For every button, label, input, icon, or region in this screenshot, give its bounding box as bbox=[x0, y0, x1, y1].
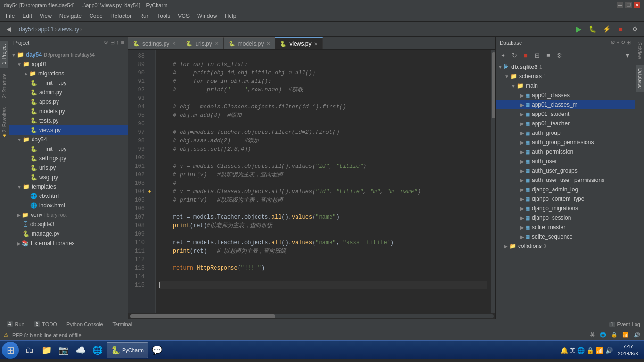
db-filter-icon[interactable]: ⊞ bbox=[627, 40, 631, 46]
tree-index-html[interactable]: 🌐 index.html bbox=[9, 201, 128, 210]
tree-settings-py[interactable]: 🐍 settings.py bbox=[9, 154, 128, 163]
taskbar-explorer[interactable]: 🗂 bbox=[22, 342, 38, 358]
tree-manage-py[interactable]: 🐍 manage.py bbox=[9, 229, 128, 239]
close-button[interactable]: ✕ bbox=[634, 2, 640, 8]
taskbar-pycharm-active[interactable]: 🐍 PyCharm bbox=[107, 342, 148, 358]
maximize-button[interactable]: ❐ bbox=[625, 2, 632, 8]
tree-wsgi-py[interactable]: 🐍 wsgi.py bbox=[9, 173, 128, 182]
tab-urls[interactable]: 🐍 urls.py ✕ bbox=[181, 37, 223, 49]
taskbar-folder[interactable]: 📁 bbox=[39, 342, 55, 358]
tree-app01[interactable]: ▼ 📁 app01 bbox=[9, 59, 128, 69]
tree-views-py[interactable]: 🐍 views.py bbox=[9, 125, 128, 135]
tray-network-icon[interactable]: 🌐 bbox=[577, 347, 585, 354]
db-table-app01-student[interactable]: ▶ ▦ app01_student bbox=[496, 109, 635, 119]
menu-help[interactable]: Help bbox=[221, 12, 240, 20]
menu-run[interactable]: Run bbox=[135, 12, 153, 20]
tree-external-libs[interactable]: ▶ 📚 External Libraries bbox=[9, 239, 128, 248]
db-main[interactable]: ▼ 📁 main bbox=[496, 81, 635, 90]
db-table-django-migrations[interactable]: ▶ ▦ django_migrations bbox=[496, 204, 635, 213]
debug-button[interactable]: 🐛 bbox=[586, 24, 599, 35]
breadcrumb-views[interactable]: views.py bbox=[58, 26, 79, 33]
tab-models[interactable]: 🐍 models.py ✕ bbox=[224, 37, 276, 49]
menu-edit[interactable]: Edit bbox=[18, 12, 36, 20]
sidebar-tab-structure[interactable]: 2: Structure bbox=[1, 70, 8, 102]
db-table-auth-permission[interactable]: ▶ ▦ auth_permission bbox=[496, 147, 635, 156]
breadcrumb-app01[interactable]: app01 bbox=[38, 26, 54, 33]
db-new-button[interactable]: + bbox=[498, 50, 508, 61]
db-table-auth-group-perm[interactable]: ▶ ▦ auth_group_permissions bbox=[496, 138, 635, 147]
db-root[interactable]: ▼ 🗄 db.sqlite3 1 bbox=[496, 62, 635, 72]
bottom-tab-todo[interactable]: 6 TODO bbox=[31, 319, 60, 329]
code-line-114-current[interactable] bbox=[159, 281, 487, 289]
tree-tests-py[interactable]: 🐍 tests.py bbox=[9, 116, 128, 125]
toolbar-settings-button[interactable]: ⚙ bbox=[629, 24, 641, 35]
sidebar-tab-favorites[interactable]: ★ 2: Favorites bbox=[1, 104, 8, 142]
tree-day54-init[interactable]: 🐍 __init__.py bbox=[9, 144, 128, 154]
breadcrumb-day54[interactable]: day54 bbox=[19, 26, 34, 33]
tree-admin-py[interactable]: 🐍 admin.py bbox=[9, 88, 128, 97]
db-table-auth-user-user-perm[interactable]: ▶ ▦ auth_user_user_permissions bbox=[496, 175, 635, 185]
db-filter2-button[interactable]: ▼ bbox=[622, 50, 633, 61]
start-button[interactable]: ⊞ bbox=[2, 342, 19, 359]
stop-button[interactable]: ■ bbox=[615, 24, 627, 35]
tab-close-icon[interactable]: ✕ bbox=[314, 41, 318, 47]
menu-file[interactable]: File bbox=[2, 12, 18, 20]
menu-code[interactable]: Code bbox=[85, 12, 107, 20]
db-table-auth-user-groups[interactable]: ▶ ▦ auth_user_groups bbox=[496, 166, 635, 175]
tray-security-icon[interactable]: 🔒 bbox=[586, 347, 594, 354]
run-coverage-button[interactable]: ⚡ bbox=[601, 24, 613, 35]
db-table-sqlite-master[interactable]: ▶ ▦ sqlite_master bbox=[496, 222, 635, 232]
tree-day54-folder[interactable]: ▼ 📁 day54 bbox=[9, 135, 128, 144]
code-editor[interactable]: 8889909192939495969798991001011021031041… bbox=[128, 50, 495, 313]
tab-settings[interactable]: 🐍 settings.py ✕ bbox=[128, 37, 181, 49]
db-table-sqlite-sequence[interactable]: ▶ ▦ sqlite_sequence bbox=[496, 232, 635, 241]
db-table-auth-group[interactable]: ▶ ▦ auth_group bbox=[496, 128, 635, 138]
tree-db-sqlite3[interactable]: 🗄 db.sqlite3 bbox=[9, 220, 128, 229]
db-table-app01-classes[interactable]: ▶ ▦ app01_classes bbox=[496, 90, 635, 100]
sidebar-tab-project[interactable]: 1: Project bbox=[0, 41, 8, 68]
tree-migrations[interactable]: ▶ 📁 migrations bbox=[9, 69, 128, 78]
menu-tools[interactable]: Tools bbox=[153, 12, 174, 20]
tree-venv[interactable]: ▶ 📁 venv library root bbox=[9, 210, 128, 220]
project-expand-icon[interactable]: ↕ bbox=[116, 40, 119, 46]
minimize-button[interactable]: — bbox=[617, 2, 623, 8]
db-settings-icon[interactable]: ⚙ bbox=[611, 40, 615, 46]
tray-volume-icon[interactable]: 🔊 bbox=[605, 347, 613, 354]
bottom-tab-python-console[interactable]: Python Console bbox=[64, 319, 106, 329]
taskbar-cloud[interactable]: ☁️ bbox=[73, 342, 89, 358]
project-settings-icon[interactable]: ≡ bbox=[121, 40, 124, 46]
tree-urls-py[interactable]: 🐍 urls.py bbox=[9, 163, 128, 173]
db-stop-button[interactable]: ■ bbox=[520, 50, 531, 61]
taskbar-chat[interactable]: 💬 bbox=[149, 342, 165, 358]
menu-refactor[interactable]: Refactor bbox=[107, 12, 135, 20]
db-grid-button[interactable]: ⊞ bbox=[532, 50, 542, 61]
project-gear-icon[interactable]: ⚙ bbox=[104, 40, 108, 46]
code-content[interactable]: # for obj in cls_list: # print(obj.id,ob… bbox=[156, 50, 491, 313]
db-table-django-content-type[interactable]: ▶ ▦ django_content_type bbox=[496, 194, 635, 204]
db-collations[interactable]: ▶ 📁 collations 3 bbox=[496, 241, 635, 251]
right-tab-sciview[interactable]: SciView bbox=[636, 39, 643, 63]
menu-navigate[interactable]: Navigate bbox=[56, 12, 85, 20]
menu-window[interactable]: Window bbox=[193, 12, 221, 20]
db-table-django-admin-log[interactable]: ▶ ▦ django_admin_log bbox=[496, 185, 635, 194]
menu-view[interactable]: View bbox=[36, 12, 56, 20]
tree-apps-py[interactable]: 🐍 apps.py bbox=[9, 97, 128, 107]
db-table-auth-user[interactable]: ▶ ▦ auth_user bbox=[496, 156, 635, 166]
taskbar-camera[interactable]: 📷 bbox=[56, 342, 72, 358]
menu-vcs[interactable]: VCS bbox=[174, 12, 193, 20]
tree-init-py[interactable]: 🐍 __init__.py bbox=[9, 78, 128, 88]
tray-wifi-icon[interactable]: 📶 bbox=[596, 347, 603, 354]
tab-close-icon[interactable]: ✕ bbox=[215, 41, 219, 46]
tab-views[interactable]: 🐍 views.py ✕ bbox=[275, 37, 323, 49]
db-schemas[interactable]: ▼ 📁 schemas 1 bbox=[496, 72, 635, 81]
run-button[interactable]: ▶ bbox=[572, 24, 585, 35]
db-add-icon[interactable]: + bbox=[617, 40, 619, 46]
tray-ime-icon[interactable]: 英 bbox=[570, 347, 575, 354]
bottom-tab-terminal[interactable]: Terminal bbox=[110, 319, 135, 329]
db-table-app01-teacher[interactable]: ▶ ▦ app01_teacher bbox=[496, 119, 635, 128]
tab-close-icon[interactable]: ✕ bbox=[266, 41, 270, 46]
event-log-btn[interactable]: 1 Event Log bbox=[609, 321, 640, 327]
project-layout-icon[interactable]: ⊟ bbox=[110, 40, 115, 46]
right-tab-database[interactable]: Database bbox=[636, 65, 644, 92]
tree-models-py[interactable]: 🐍 models.py bbox=[9, 107, 128, 116]
